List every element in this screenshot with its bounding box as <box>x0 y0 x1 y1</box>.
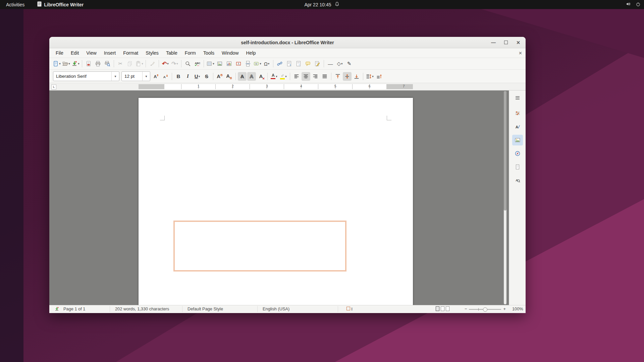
dropdown-arrow[interactable]: ▾ <box>68 62 70 65</box>
sidebar-tab-style-inspector[interactable]: A <box>512 175 523 186</box>
save-button[interactable]: ▾ <box>71 59 80 68</box>
scrollbar-thumb[interactable] <box>504 91 506 210</box>
selection-mode-icon[interactable]: I <box>346 306 353 312</box>
dropdown-arrow[interactable]: ▾ <box>341 62 343 65</box>
chevron-down-icon[interactable]: ▾ <box>111 72 119 81</box>
close-button[interactable]: ✕ <box>516 40 521 45</box>
print-preview-button[interactable] <box>103 59 112 68</box>
document-modified-icon[interactable] <box>55 306 59 312</box>
system-status-area[interactable] <box>626 1 641 8</box>
center-vertically-button[interactable] <box>343 72 352 81</box>
sidebar-tab-sidebar-settings[interactable] <box>512 93 523 103</box>
dropdown-arrow[interactable]: ▾ <box>276 75 277 78</box>
character-shadow-button[interactable]: A <box>238 72 247 81</box>
maximize-button[interactable] <box>503 40 508 45</box>
paste-button[interactable]: ▾ <box>135 59 144 68</box>
menu-tools[interactable]: Tools <box>200 49 218 57</box>
align-center-button[interactable] <box>302 72 310 81</box>
menu-table[interactable]: Table <box>162 49 181 57</box>
font-name-combobox[interactable]: Liberation Serif ▾ <box>53 71 119 81</box>
dropdown-arrow[interactable]: ▾ <box>199 75 200 78</box>
insert-endnote-button[interactable]: i <box>294 59 303 68</box>
insert-chart-button[interactable] <box>225 59 233 68</box>
zoom-slider-thumb[interactable] <box>483 307 487 312</box>
menu-help[interactable]: Help <box>243 49 260 57</box>
redo-button[interactable]: ↷▾ <box>170 59 179 68</box>
chevron-down-icon[interactable]: ▾ <box>142 72 150 81</box>
menu-styles[interactable]: Styles <box>142 49 162 57</box>
dropdown-arrow[interactable]: ▾ <box>260 62 261 65</box>
align-bottom-button[interactable] <box>352 72 361 81</box>
bold-button[interactable]: B <box>174 72 183 81</box>
menu-view[interactable]: View <box>83 49 100 57</box>
clock-menu[interactable]: Apr 22 10:45 <box>304 1 339 8</box>
grow-font-button[interactable]: A <box>152 72 160 81</box>
insert-hyperlink-button[interactable] <box>275 59 284 68</box>
subscript-button[interactable]: AB <box>225 72 233 81</box>
track-changes-button[interactable] <box>313 59 322 68</box>
menu-edit[interactable]: Edit <box>67 49 83 57</box>
insert-page-break-button[interactable] <box>244 59 252 68</box>
insert-special-character-button[interactable]: Ω▾ <box>262 59 271 68</box>
tab-stop-selector[interactable]: L <box>51 84 56 89</box>
menu-file[interactable]: File <box>52 49 67 57</box>
dropdown-arrow[interactable]: ▾ <box>268 62 270 65</box>
basic-shapes-button[interactable]: ◇▾ <box>335 59 344 68</box>
menu-window[interactable]: Window <box>218 49 242 57</box>
highlight-color-button[interactable]: ▾ <box>279 72 288 81</box>
new-document-button[interactable]: ▾ <box>52 59 61 68</box>
sidebar-tab-properties[interactable] <box>512 108 523 119</box>
dropdown-arrow[interactable]: ▾ <box>167 62 169 65</box>
word-count-status[interactable]: 202 words, 1,330 characters <box>115 306 169 311</box>
superscript-button[interactable]: AB <box>215 72 224 81</box>
spelling-button[interactable]: ABC <box>193 59 202 68</box>
dropdown-arrow[interactable]: ▾ <box>213 62 214 65</box>
book-view-icon[interactable] <box>446 306 449 311</box>
shrink-font-button[interactable]: A <box>161 72 170 81</box>
cut-button[interactable]: ✂ <box>116 59 125 68</box>
copy-button[interactable] <box>125 59 134 68</box>
activities-button[interactable]: Activities <box>6 2 24 7</box>
align-top-button[interactable] <box>333 72 342 81</box>
insert-image-button[interactable] <box>215 59 224 68</box>
insert-text-box-button[interactable]: A <box>234 59 243 68</box>
strikethrough-button[interactable]: S <box>202 72 211 81</box>
page-style-status[interactable]: Default Page Style <box>187 306 223 311</box>
clone-formatting-button[interactable] <box>148 59 157 68</box>
zoom-level[interactable]: 100% <box>512 306 523 311</box>
title-bar[interactable]: self-introduction.docx - LibreOffice Wri… <box>49 37 526 48</box>
dropdown-arrow[interactable]: ▾ <box>78 62 79 65</box>
focused-app-menu[interactable]: LibreOffice Writer <box>37 1 84 8</box>
open-button[interactable]: ▾ <box>62 59 70 68</box>
clear-formatting-button[interactable]: A× <box>257 72 265 81</box>
undo-button[interactable]: ↶▾ <box>161 59 170 68</box>
align-right-button[interactable] <box>311 72 320 81</box>
view-layout-buttons[interactable] <box>435 306 450 312</box>
font-color-button[interactable]: A▾ <box>270 72 278 81</box>
sidebar-tab-page[interactable] <box>512 162 523 172</box>
character-outline-button[interactable]: A <box>247 72 256 81</box>
menu-insert[interactable]: Insert <box>100 49 119 57</box>
sidebar-tab-gallery[interactable] <box>512 135 523 145</box>
page-number-status[interactable]: Page 1 of 1 <box>63 306 85 311</box>
language-status[interactable]: English (USA) <box>263 306 289 311</box>
dropdown-arrow[interactable]: ▾ <box>59 62 61 65</box>
insert-comment-button[interactable] <box>304 59 312 68</box>
menu-format[interactable]: Format <box>119 49 142 57</box>
sidebar-tab-navigator[interactable] <box>512 148 523 159</box>
insert-line-button[interactable]: ― <box>326 59 335 68</box>
justify-button[interactable] <box>320 72 329 81</box>
sidebar-tab-styles[interactable]: A <box>512 121 523 132</box>
dropdown-arrow[interactable]: ▾ <box>176 62 178 65</box>
document-page[interactable] <box>139 98 413 305</box>
vertical-scrollbar[interactable] <box>504 91 506 304</box>
paragraph-spacing-button[interactable] <box>375 72 383 81</box>
dropdown-arrow[interactable]: ▾ <box>372 75 374 78</box>
align-left-button[interactable] <box>292 72 301 81</box>
italic-button[interactable]: I <box>183 72 192 81</box>
menu-form[interactable]: Form <box>181 49 200 57</box>
underline-button[interactable]: U▾ <box>193 72 202 81</box>
insert-field-button[interactable]: fx▾ <box>253 59 262 68</box>
close-document-icon[interactable]: ✕ <box>519 51 522 56</box>
font-size-combobox[interactable]: 12 pt ▾ <box>121 71 150 81</box>
